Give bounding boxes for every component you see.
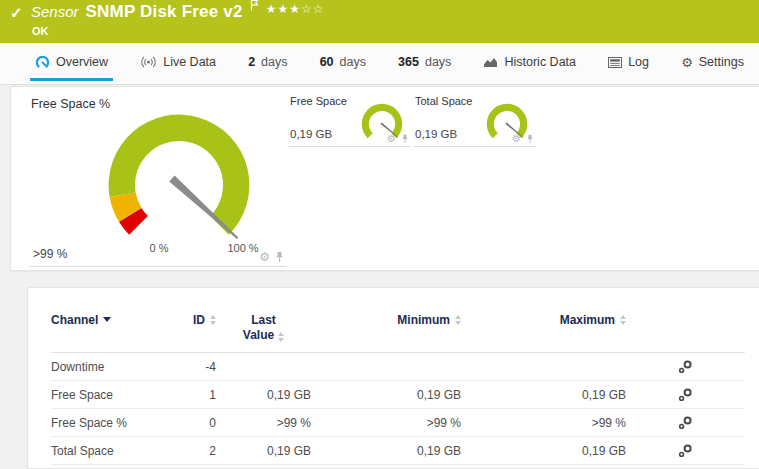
col-channel[interactable]: Channel: [51, 313, 166, 327]
gauge-icon: [35, 55, 50, 70]
sensor-kind-label: Sensor: [31, 3, 79, 20]
gauge-value: >99 %: [33, 247, 67, 261]
gauge-settings-icon[interactable]: ⚙: [387, 134, 396, 144]
channel-edit-icon[interactable]: [678, 360, 693, 374]
channel-name: Free Space: [51, 388, 166, 402]
table-row-total-space: Total Space 2 0,19 GB 0,19 GB 0,19 GB: [51, 437, 745, 465]
tab-log[interactable]: Log: [603, 52, 654, 81]
channel-id: -4: [166, 360, 216, 374]
tab-bar: Overview Live Data 2days 60days 365days …: [0, 43, 759, 85]
sensor-name: SNMP Disk Free v2: [86, 2, 243, 22]
last-value: 0,19 GB: [216, 388, 311, 402]
overview-gauges-panel: Free Space % 0 % 100 % >99 % ⚙ Free Spac…: [10, 86, 759, 271]
minimum-value: >99 %: [311, 416, 461, 430]
gauge-min-label: 0 %: [141, 242, 177, 254]
gauge-pin-icon[interactable]: [275, 251, 284, 263]
stars-filled[interactable]: ★★★: [266, 2, 301, 16]
channel-edit-icon[interactable]: [678, 444, 693, 458]
sort-icon: [620, 315, 626, 325]
channel-name: Downtime: [51, 360, 166, 374]
star-rating[interactable]: ★★★☆☆: [266, 2, 325, 16]
table-row-downtime: Downtime -4: [51, 353, 745, 381]
mini-gauge-free-space: Free Space 0,19 GB ⚙: [289, 95, 411, 147]
channel-id: 2: [166, 444, 216, 458]
channel-id: 0: [166, 416, 216, 430]
gauge-pin-icon[interactable]: [401, 134, 409, 144]
tab-365-days[interactable]: 365days: [393, 52, 456, 81]
table-header-row: Channel ID Last Value Minimum Maximum: [51, 288, 745, 353]
sort-desc-icon: [103, 317, 111, 322]
last-value: 0,19 GB: [216, 444, 311, 458]
historic-chart-icon: [483, 56, 498, 68]
table-row-free-space: Free Space 1 0,19 GB 0,19 GB 0,19 GB: [51, 381, 745, 409]
tab-label: Overview: [56, 55, 108, 69]
tab-label: Settings: [699, 55, 744, 69]
col-last-value[interactable]: Last Value: [216, 313, 311, 343]
table-row-free-space-percent: Free Space % 0 >99 % >99 % >99 %: [51, 409, 745, 437]
gauge-title: Free Space: [290, 95, 347, 107]
gauge-value: 0,19 GB: [290, 128, 332, 140]
primary-channel-gauge: Free Space % 0 % 100 % >99 % ⚙: [29, 95, 287, 267]
last-value: >99 %: [216, 416, 311, 430]
maximum-value: 0,19 GB: [461, 388, 626, 402]
sensor-header: ✓ Sensor SNMP Disk Free v2 ★★★☆☆ OK: [0, 0, 759, 43]
channels-table: Channel ID Last Value Minimum Maximum: [28, 288, 759, 465]
gauge-value: 0,19 GB: [415, 128, 457, 140]
gauge-title: Total Space: [415, 95, 472, 107]
maximum-value: >99 %: [461, 416, 626, 430]
flag-icon[interactable]: [250, 0, 259, 15]
col-id[interactable]: ID: [166, 313, 216, 327]
mini-gauge-total-space: Total Space 0,19 GB ⚙: [414, 95, 536, 147]
channel-edit-icon[interactable]: [678, 388, 693, 402]
tab-overview[interactable]: Overview: [30, 52, 113, 81]
minimum-value: 0,19 GB: [311, 444, 461, 458]
gauge-pin-icon[interactable]: [526, 134, 534, 144]
free-space-percent-gauge: [99, 105, 259, 265]
settings-gear-icon: ⚙: [681, 56, 693, 69]
log-icon: [608, 57, 622, 68]
channel-id: 1: [166, 388, 216, 402]
channel-name: Free Space %: [51, 416, 166, 430]
tab-2-days[interactable]: 2days: [243, 52, 292, 81]
channel-edit-icon[interactable]: [678, 416, 693, 430]
tab-60-days[interactable]: 60days: [315, 52, 371, 81]
channels-table-panel: Channel ID Last Value Minimum Maximum: [27, 287, 759, 469]
sort-icon: [278, 332, 284, 342]
tab-settings[interactable]: ⚙ Settings: [676, 52, 749, 81]
gauge-settings-icon[interactable]: ⚙: [512, 134, 521, 144]
col-minimum[interactable]: Minimum: [311, 313, 461, 327]
gauge-settings-icon[interactable]: ⚙: [259, 251, 270, 263]
col-maximum[interactable]: Maximum: [461, 313, 626, 327]
status-check-icon: ✓: [10, 4, 23, 22]
tab-label: Historic Data: [504, 55, 576, 69]
maximum-value: 0,19 GB: [461, 444, 626, 458]
sensor-status-badge: OK: [32, 25, 49, 37]
tab-label: Log: [628, 55, 649, 69]
tab-historic-data[interactable]: Historic Data: [478, 52, 581, 81]
channel-name: Total Space: [51, 444, 166, 458]
minimum-value: 0,19 GB: [311, 388, 461, 402]
live-icon: [140, 56, 157, 68]
tab-live-data[interactable]: Live Data: [135, 52, 221, 81]
tab-label: Live Data: [163, 55, 216, 69]
stars-empty[interactable]: ☆☆: [301, 2, 325, 16]
